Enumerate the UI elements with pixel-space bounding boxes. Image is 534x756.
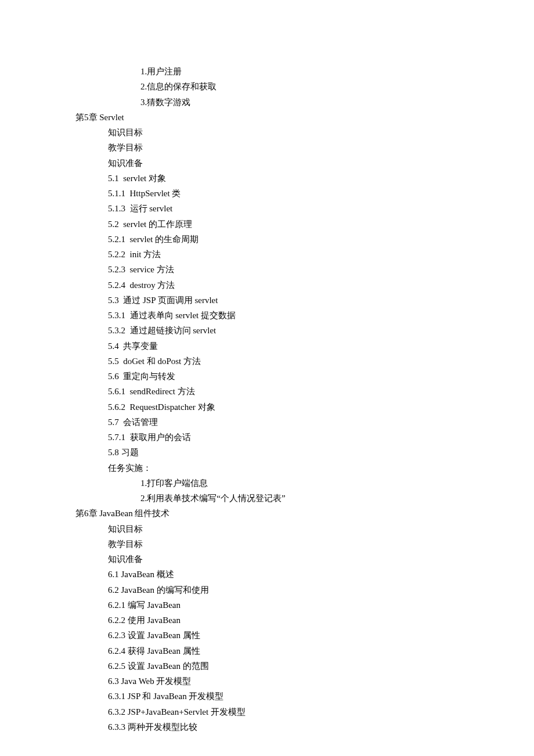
toc-line: 2.利用表单技术编写“个人情况登记表” — [75, 491, 459, 506]
table-of-contents: 1.用户注册2.信息的保存和获取3.猜数字游戏第5章 Servlet知识目标教学… — [75, 64, 459, 735]
toc-line: 6.2.1 编写 JavaBean — [75, 597, 459, 613]
toc-line: 1.用户注册 — [75, 64, 459, 79]
toc-line: 6.3.3 两种开发模型比较 — [75, 719, 459, 735]
toc-line: 5.2.2 init 方法 — [75, 247, 459, 262]
toc-line: 5.3.1 通过表单向 servlet 提交数据 — [75, 308, 459, 323]
toc-line: 2.信息的保存和获取 — [75, 79, 459, 94]
toc-line: 5.4 共享变量 — [75, 339, 459, 354]
toc-line: 6.2.2 使用 JavaBean — [75, 613, 459, 628]
toc-line: 6.2.3 设置 JavaBean 属性 — [75, 628, 459, 643]
toc-line: 5.3.2 通过超链接访问 servlet — [75, 323, 459, 338]
toc-line: 1.打印客户端信息 — [75, 476, 459, 491]
toc-line: 知识目标 — [75, 521, 459, 537]
toc-line: 6.3 Java Web 开发模型 — [75, 674, 459, 689]
toc-line: 任务实施： — [75, 460, 459, 476]
toc-line: 5.7.1 获取用户的会话 — [75, 430, 459, 445]
toc-line: 知识准备 — [75, 156, 459, 171]
toc-line: 5.2 servlet 的工作原理 — [75, 217, 459, 232]
toc-line: 5.3 通过 JSP 页面调用 servlet — [75, 293, 459, 308]
toc-line: 知识目标 — [75, 125, 459, 140]
toc-line: 5.1 servlet 对象 — [75, 171, 459, 186]
toc-line: 3.猜数字游戏 — [75, 95, 459, 110]
toc-line: 5.2.3 service 方法 — [75, 262, 459, 277]
toc-line: 5.8 习题 — [75, 445, 459, 460]
toc-line: 知识准备 — [75, 552, 459, 567]
toc-line: 6.2.4 获得 JavaBean 属性 — [75, 643, 459, 658]
toc-line: 教学目标 — [75, 140, 459, 155]
toc-line: 5.6.1 sendRedirect 方法 — [75, 384, 459, 399]
toc-line: 5.1.1 HttpServlet 类 — [75, 186, 459, 201]
toc-line: 5.2.4 destroy 方法 — [75, 278, 459, 293]
toc-line: 6.3.1 JSP 和 JavaBean 开发模型 — [75, 689, 459, 704]
toc-line: 第5章 Servlet — [75, 110, 459, 125]
toc-line: 5.1.3 运行 servlet — [75, 201, 459, 216]
toc-line: 第6章 JavaBean 组件技术 — [75, 506, 459, 521]
toc-line: 6.1 JavaBean 概述 — [75, 567, 459, 582]
toc-line: 5.2.1 servlet 的生命周期 — [75, 232, 459, 247]
toc-line: 教学目标 — [75, 537, 459, 552]
toc-line: 6.3.2 JSP+JavaBean+Servlet 开发模型 — [75, 704, 459, 719]
toc-line: 5.5 doGet 和 doPost 方法 — [75, 354, 459, 369]
toc-line: 5.6 重定向与转发 — [75, 369, 459, 384]
toc-line: 5.7 会话管理 — [75, 415, 459, 430]
toc-line: 6.2 JavaBean 的编写和使用 — [75, 582, 459, 597]
toc-line: 6.2.5 设置 JavaBean 的范围 — [75, 658, 459, 674]
toc-line: 5.6.2 RequestDispatcher 对象 — [75, 399, 459, 415]
